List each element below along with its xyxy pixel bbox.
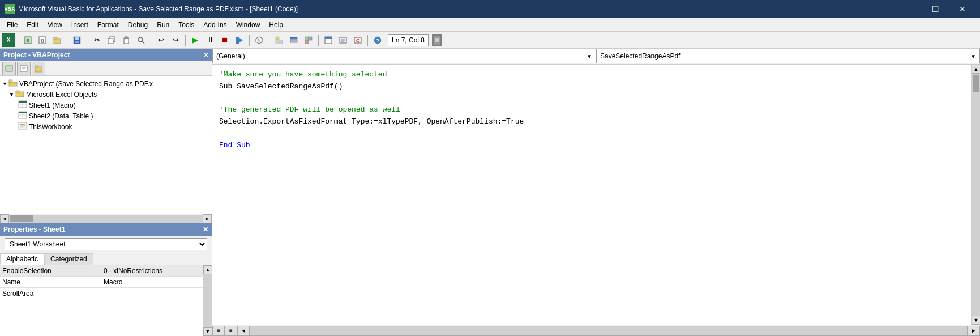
- tab-alphabetic[interactable]: Alphabetic: [0, 253, 44, 265]
- properties-btn[interactable]: [287, 33, 301, 47]
- editor-scroll-up[interactable]: ▲: [972, 65, 980, 74]
- toggle-folders-project-btn[interactable]: [32, 62, 45, 75]
- svg-rect-10: [108, 39, 113, 44]
- editor-bottom-btn-2[interactable]: ≡: [225, 326, 237, 336]
- code-line-6: [219, 128, 964, 140]
- stop-btn[interactable]: ⏹: [218, 33, 232, 47]
- editor-bottom-btn-scroll-right[interactable]: ►: [968, 326, 980, 336]
- scrollbar-indicator: [432, 34, 442, 46]
- svg-text:✎: ✎: [258, 39, 261, 42]
- title-bar: VBA Microsoft Visual Basic for Applicati…: [0, 0, 980, 18]
- editor-scroll-thumb[interactable]: [973, 75, 979, 92]
- menu-help[interactable]: Help: [264, 19, 288, 31]
- classmodule-btn[interactable]: C: [351, 33, 365, 47]
- menu-edit[interactable]: Edit: [22, 19, 43, 31]
- svg-rect-62: [20, 127, 23, 128]
- maximize-button[interactable]: ☐: [922, 0, 948, 18]
- svg-rect-15: [236, 37, 239, 44]
- redo-btn[interactable]: ↪: [169, 33, 182, 47]
- properties-close-button[interactable]: ✕: [203, 226, 208, 233]
- view-code-project-btn[interactable]: [17, 62, 31, 75]
- menu-window[interactable]: Window: [232, 19, 265, 31]
- editor-horizontal-scroll-track[interactable]: [250, 326, 968, 336]
- code-line-5: Selection.ExportAsFixedFormat Type:=xlTy…: [219, 116, 964, 128]
- close-button[interactable]: ✕: [949, 0, 975, 18]
- menu-file[interactable]: File: [2, 19, 22, 31]
- scroll-left-arrow[interactable]: ◄: [0, 214, 9, 223]
- view-code-btn[interactable]: {}: [36, 33, 49, 47]
- menu-run[interactable]: Run: [152, 19, 174, 31]
- help-btn[interactable]: ?: [371, 33, 384, 47]
- tree-node-sheet1[interactable]: Sheet1 (Macro): [0, 100, 212, 110]
- vbaproject-label: VBAProject (Save Selected Range as PDF.x: [19, 80, 153, 88]
- code-line-3: [219, 93, 964, 105]
- procedure-dropdown[interactable]: SaveSelectedRangeAsPdf ▼: [596, 49, 980, 63]
- menu-addins[interactable]: Add-Ins: [199, 19, 231, 31]
- project-close-button[interactable]: ✕: [203, 52, 208, 59]
- prop-value-enableselection[interactable]: 0 - xlNoRestrictions: [101, 265, 203, 276]
- cut-btn[interactable]: ✂: [90, 33, 104, 47]
- tab-categorized[interactable]: Categorized: [44, 253, 93, 265]
- copy-btn[interactable]: [105, 33, 118, 47]
- prop-value-scrollarea[interactable]: [101, 288, 203, 299]
- tree-node-sheet2[interactable]: Sheet2 (Data_Table ): [0, 110, 212, 121]
- view-object-project-btn[interactable]: [2, 62, 16, 75]
- module-btn[interactable]: [336, 33, 350, 47]
- menu-debug[interactable]: Debug: [123, 19, 152, 31]
- pause-btn[interactable]: ⏸: [203, 33, 217, 47]
- thisworkbook-icon: [18, 122, 27, 131]
- title-bar-left: VBA Microsoft Visual Basic for Applicati…: [5, 4, 298, 14]
- code-line-1: 'Make sure you have something selected: [219, 69, 964, 81]
- prop-value-name[interactable]: Macro: [101, 277, 203, 287]
- svg-rect-29: [325, 37, 332, 39]
- procedure-dropdown-arrow: ▼: [970, 53, 976, 59]
- menu-bar: File Edit View Insert Format Debug Run T…: [0, 18, 980, 32]
- menu-insert[interactable]: Insert: [67, 19, 93, 31]
- props-scroll-track[interactable]: [203, 274, 212, 327]
- sheet2-label: Sheet2 (Data_Table ): [29, 112, 93, 120]
- find-btn[interactable]: [134, 33, 148, 47]
- project-explorer-btn[interactable]: [272, 33, 286, 47]
- editor-scroll-down[interactable]: ▼: [972, 316, 980, 325]
- svg-rect-20: [276, 40, 283, 42]
- run-btn[interactable]: ▶: [189, 33, 202, 47]
- svg-rect-51: [19, 101, 27, 103]
- code-area[interactable]: 'Make sure you have something selected S…: [212, 65, 971, 325]
- properties-panel-header: Properties - Sheet1 ✕: [0, 223, 212, 236]
- excel-icon-btn[interactable]: X: [2, 33, 15, 47]
- editor-bottom-btn-scroll-left[interactable]: ◄: [237, 326, 250, 336]
- editor-scroll-track[interactable]: [972, 74, 980, 316]
- project-toolbar: [0, 61, 212, 76]
- properties-table: EnableSelection 0 - xlNoRestrictions Nam…: [0, 265, 203, 336]
- reset-btn[interactable]: [233, 33, 246, 47]
- menu-format[interactable]: Format: [93, 19, 123, 31]
- minimize-button[interactable]: —: [895, 0, 921, 18]
- properties-scrollbar: ▲ ▼: [203, 265, 212, 336]
- props-scroll-up[interactable]: ▲: [203, 265, 212, 274]
- userform-btn[interactable]: [322, 33, 335, 47]
- save-btn[interactable]: [70, 33, 84, 47]
- tree-node-thisworkbook[interactable]: ThisWorkbook: [0, 121, 212, 132]
- editor-bottom-btn-1[interactable]: ≡: [212, 326, 225, 336]
- scroll-right-arrow[interactable]: ►: [203, 214, 212, 223]
- svg-rect-26: [309, 37, 312, 40]
- project-panel-title: Project - VBAProject: [3, 51, 70, 59]
- svg-text:?: ?: [376, 38, 379, 44]
- sheet-selector[interactable]: Sheet1 Worksheet: [5, 238, 207, 250]
- menu-tools[interactable]: Tools: [174, 19, 199, 31]
- general-dropdown[interactable]: (General) ▼: [212, 49, 596, 63]
- toggle-folders-btn[interactable]: [50, 33, 64, 47]
- svg-point-13: [138, 37, 143, 42]
- undo-btn[interactable]: ↩: [154, 33, 168, 47]
- object-browser-btn[interactable]: [302, 33, 315, 47]
- menu-view[interactable]: View: [43, 19, 67, 31]
- paste-btn[interactable]: [119, 33, 133, 47]
- svg-rect-45: [35, 66, 38, 67]
- tree-node-vbaproject[interactable]: ▼ VBAProject (Save Selected Range as PDF…: [0, 78, 212, 89]
- props-scroll-down[interactable]: ▼: [203, 327, 212, 336]
- tree-node-excel-objects[interactable]: ▼ Microsoft Excel Objects: [0, 89, 212, 100]
- scroll-track[interactable]: [9, 215, 203, 223]
- svg-rect-23: [290, 40, 297, 41]
- design-mode-btn[interactable]: ✎: [253, 33, 266, 47]
- view-object-btn[interactable]: E: [21, 33, 35, 47]
